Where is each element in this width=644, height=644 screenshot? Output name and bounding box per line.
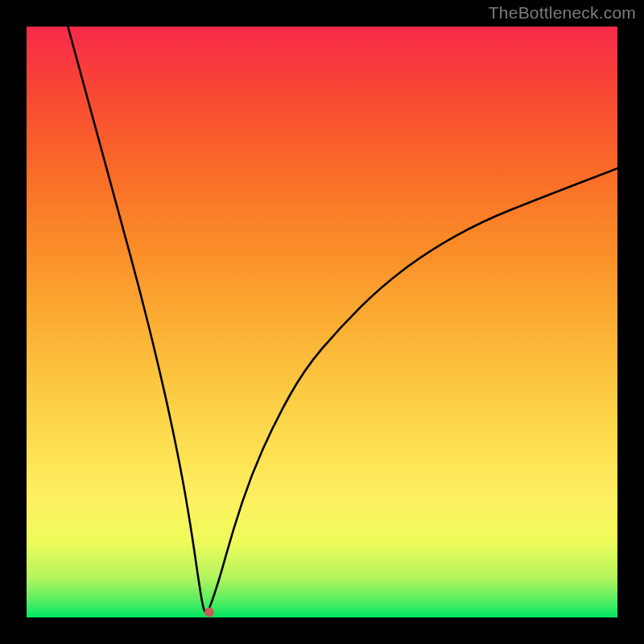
watermark-text: TheBottleneck.com: [489, 3, 636, 23]
svg-point-0: [204, 607, 214, 617]
chart-frame: TheBottleneck.com: [0, 0, 644, 644]
bottleneck-curve: [27, 27, 617, 617]
plot-area: [27, 27, 617, 617]
